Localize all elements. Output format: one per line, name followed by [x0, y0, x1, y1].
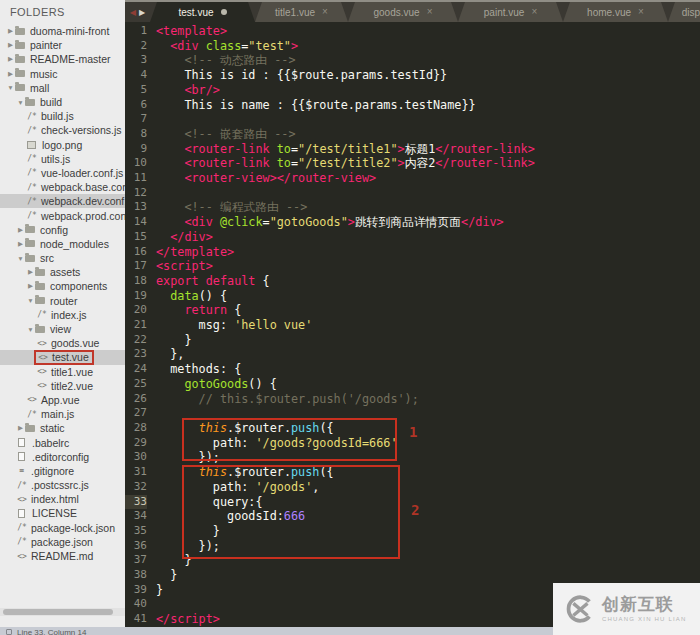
tree-item-test-vue[interactable]: <>test.vue [0, 350, 125, 364]
tree-item-logo-png[interactable]: logo.png [0, 138, 125, 152]
tree-item-package-json[interactable]: /*package.json [0, 535, 125, 549]
scrollbar-thumb[interactable] [3, 609, 113, 615]
folder-collapsed-icon[interactable]: ▶ [16, 424, 25, 432]
tree-item-router[interactable]: ▼router [0, 294, 125, 308]
line-number: 18 [125, 274, 147, 289]
tree-item-main-js[interactable]: /*main.js [0, 407, 125, 421]
folder-collapsed-icon[interactable]: ▶ [16, 226, 25, 234]
close-tab-icon[interactable]: × [638, 7, 644, 17]
tab-goods-vue[interactable]: goods.vue× [348, 2, 458, 22]
line-number: 20 [125, 303, 147, 318]
tree-item-webpack-base-conf-js[interactable]: /*webpack.base.conf.js [0, 180, 125, 194]
line-text: path: '/goods?goodsId=666' [156, 436, 397, 451]
tree-item-content: <>index.html [14, 492, 81, 506]
line-text: return { [156, 303, 241, 318]
line-number: 24 [125, 362, 147, 377]
tree-item-content: ▶duoma-mini-front [4, 24, 111, 38]
folder-expanded-icon[interactable]: ▼ [16, 255, 25, 262]
tree-item-readme-md[interactable]: <>README.md [0, 549, 125, 563]
tree-item-webpack-dev-conf-js[interactable]: /*webpack.dev.conf.js [0, 194, 125, 208]
tree-item--babelrc[interactable]: .babelrc [0, 435, 125, 449]
tab-label: home.vue [587, 7, 631, 18]
tab-paint-vue[interactable]: paint.vue× [458, 2, 563, 22]
folder-expanded-icon[interactable]: ▼ [26, 297, 35, 304]
tree-item-package-lock-json[interactable]: /*package-lock.json [0, 521, 125, 535]
folder-expanded-icon[interactable]: ▼ [6, 84, 15, 91]
tree-item-content: ▼router [24, 294, 79, 308]
line-number: 37 [125, 553, 147, 568]
tree-item-app-vue[interactable]: <>App.vue [0, 393, 125, 407]
line-number: 15 [125, 230, 147, 245]
js-file-icon: /* [26, 410, 38, 419]
tree-item-readme-master[interactable]: ▶README-master [0, 52, 125, 66]
tree-item-license[interactable]: LICENSE [0, 506, 125, 520]
tree-item-duoma-mini-front[interactable]: ▶duoma-mini-front [0, 24, 125, 38]
tree-item-vue-loader-conf-js[interactable]: /*vue-loader.conf.js [0, 166, 125, 180]
tree-item-label: config [40, 224, 68, 236]
line-number: 22 [125, 333, 147, 348]
close-tab-icon[interactable]: × [427, 7, 433, 17]
tree-item-painter[interactable]: ▶painter [0, 38, 125, 52]
code-area[interactable]: 1 2 1<template>2 <div class="test">3 <!-… [125, 22, 700, 627]
folder-collapsed-icon[interactable]: ▶ [16, 240, 25, 248]
image-file-icon [27, 141, 36, 149]
tree-item-content: ▶static [14, 421, 67, 435]
tree-item-label: utils.js [41, 153, 70, 165]
close-tab-icon[interactable]: × [531, 7, 537, 17]
close-tab-icon[interactable]: × [322, 7, 328, 17]
folder-collapsed-icon[interactable]: ▶ [6, 41, 15, 49]
folder-icon [15, 84, 25, 91]
line-number: 23 [125, 347, 147, 362]
tree-item-index-js[interactable]: /*index.js [0, 308, 125, 322]
doc-file-icon [18, 452, 25, 461]
tree-item-assets[interactable]: ▶assets [0, 265, 125, 279]
folder-icon [35, 283, 45, 290]
folder-collapsed-icon[interactable]: ▶ [26, 282, 35, 290]
tree-item-webpack-prod-conf-js[interactable]: /*webpack.prod.conf.js [0, 208, 125, 222]
tab-test-vue[interactable]: test.vue [150, 2, 255, 22]
tree-item--gitignore[interactable]: ≡.gitignore [0, 464, 125, 478]
tab-disp[interactable]: disp [668, 2, 700, 22]
tree-item-index-html[interactable]: <>index.html [0, 492, 125, 506]
tree-item-label: painter [30, 39, 62, 51]
tree-item-config[interactable]: ▶config [0, 223, 125, 237]
line-text: }, [156, 347, 184, 362]
folder-collapsed-icon[interactable]: ▶ [6, 55, 15, 63]
folder-collapsed-icon[interactable]: ▶ [6, 70, 15, 78]
tree-item-components[interactable]: ▶components [0, 279, 125, 293]
tree-item--postcssrc-js[interactable]: /*.postcssrc.js [0, 478, 125, 492]
tree-item-title1-vue[interactable]: <>title1.vue [0, 365, 125, 379]
tree-item-build[interactable]: ▼build [0, 95, 125, 109]
tab-scroll-right-icon[interactable]: ▶ [139, 8, 145, 17]
tree-item-check-versions-js[interactable]: /*check-versions.js [0, 123, 125, 137]
folder-expanded-icon[interactable]: ▼ [16, 99, 25, 106]
tree-item--editorconfig[interactable]: .editorconfig [0, 450, 125, 464]
line-number: 36 [125, 539, 147, 554]
line-text: export default { [156, 274, 270, 289]
tree-item-label: main.js [41, 408, 74, 420]
tree-item-goods-vue[interactable]: <>goods.vue [0, 336, 125, 350]
tree-item-build-js[interactable]: /*build.js [0, 109, 125, 123]
tree-item-utils-js[interactable]: /*utils.js [0, 152, 125, 166]
editor-pane: ◀ ▶ test.vuetitle1.vue×goods.vue×paint.v… [125, 0, 700, 627]
tree-item-title2-vue[interactable]: <>title2.vue [0, 379, 125, 393]
tree-item-src[interactable]: ▼src [0, 251, 125, 265]
tab-scroll-left-icon[interactable]: ◀ [130, 8, 136, 17]
folder-expanded-icon[interactable]: ▼ [26, 326, 35, 333]
tab-home-vue[interactable]: home.vue× [563, 2, 668, 22]
tree-item-static[interactable]: ▶static [0, 421, 125, 435]
tree-item-content: ▶assets [24, 265, 82, 279]
tab-title1-vue[interactable]: title1.vue× [255, 2, 348, 22]
folder-collapsed-icon[interactable]: ▶ [6, 27, 15, 35]
code-line-37: 37 } [125, 553, 700, 568]
line-number: 34 [125, 509, 147, 524]
tree-item-view[interactable]: ▼view [0, 322, 125, 336]
line-text: this.$router.push({ [156, 465, 334, 480]
tree-item-mall[interactable]: ▼mall [0, 81, 125, 95]
tree-item-node-modules[interactable]: ▶node_modules [0, 237, 125, 251]
sidebar-horizontal-scrollbar[interactable] [0, 608, 125, 616]
folder-collapsed-icon[interactable]: ▶ [26, 268, 35, 276]
tree-item-music[interactable]: ▶music [0, 67, 125, 81]
line-text: <div class="test"> [156, 39, 298, 54]
line-number: 39 [125, 583, 147, 598]
